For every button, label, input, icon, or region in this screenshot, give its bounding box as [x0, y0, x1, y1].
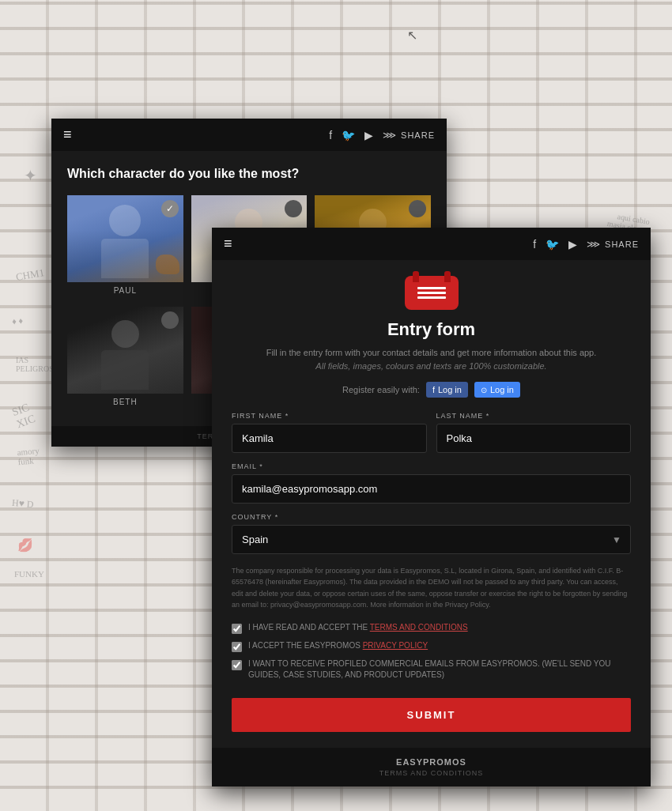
last-name-input[interactable]	[436, 424, 632, 453]
fb-icon: f	[432, 385, 435, 394]
calendar-lines	[417, 287, 446, 299]
checkbox-row-3: I WANT TO RECEIVE PROFILED COMMERCIAL EM…	[232, 658, 631, 681]
country-row: COUNTRY * Spain United States United Kin…	[232, 513, 631, 554]
email-label: EMAIL *	[232, 462, 631, 470]
person3-check	[409, 200, 426, 217]
privacy-checkbox-label: I ACCEPT THE EASYPROMOS PRIVACY POLICY	[248, 640, 428, 651]
youtube-icon-1[interactable]: ▶	[364, 129, 373, 141]
country-label: COUNTRY *	[232, 513, 631, 521]
submit-button[interactable]: SUBMIT	[232, 698, 631, 732]
checkbox-row-1: I HAVE READ AND ACCEPT THE TERMS AND CON…	[232, 622, 631, 634]
email-group: EMAIL *	[232, 462, 631, 504]
country-select-wrapper: Spain United States United Kingdom Franc…	[232, 525, 631, 554]
share-icon-2: ⋙	[587, 239, 601, 250]
first-name-input[interactable]	[232, 424, 427, 453]
window1-header: ≡ f 🐦 ▶ ⋙ SHARE	[51, 119, 447, 151]
brand-name: EASYPROMOS	[224, 757, 639, 767]
register-label: Register easily with:	[342, 385, 420, 394]
name-row: FIRST NAME * LAST NAME *	[232, 412, 631, 453]
terms-checkbox-label: I HAVE READ AND ACCEPT THE TERMS AND CON…	[248, 622, 468, 633]
form-subtitle: Fill in the entry form with your contact…	[232, 346, 631, 372]
beth-check	[161, 311, 179, 329]
form-title: Entry form	[232, 319, 631, 340]
facebook-icon-1[interactable]: f	[329, 129, 332, 141]
last-name-label: LAST NAME *	[436, 412, 632, 420]
cal-line-3	[417, 296, 446, 299]
google-icon: ⊙	[481, 386, 487, 394]
paul-name: PAUL	[67, 282, 183, 299]
marketing-checkbox-label: I WANT TO RECEIVE PROFILED COMMERCIAL EM…	[248, 658, 631, 681]
last-name-group: LAST NAME *	[436, 412, 632, 453]
checkbox-row-2: I ACCEPT THE EASYPROMOS PRIVACY POLICY	[232, 640, 631, 652]
register-row: Register easily with: f Log in ⊙ Log in	[232, 382, 631, 398]
privacy-text: The company responsible for processing y…	[232, 565, 631, 611]
character-beth[interactable]: BETH	[67, 307, 183, 410]
form-footer: EASYPROMOS TERMS AND CONDITIONS	[212, 748, 651, 786]
privacy-link[interactable]: PRIVACY POLICY	[363, 641, 428, 650]
first-name-label: FIRST NAME *	[232, 412, 427, 420]
window2-header: ≡ f 🐦 ▶ ⋙ SHARE	[212, 228, 651, 260]
share-button-2[interactable]: ⋙ SHARE	[587, 239, 639, 250]
email-input[interactable]	[232, 474, 631, 504]
header-right-1: f 🐦 ▶ ⋙ SHARE	[329, 129, 435, 141]
facebook-login-button[interactable]: f Log in	[426, 382, 468, 398]
paul-check: ✓	[161, 200, 179, 217]
entry-form-window: ≡ f 🐦 ▶ ⋙ SHARE Entry form Fill in t	[212, 228, 651, 786]
privacy-checkbox[interactable]	[232, 642, 242, 652]
share-icon-1: ⋙	[383, 130, 397, 141]
share-button-1[interactable]: ⋙ SHARE	[383, 130, 435, 141]
twitter-icon-1[interactable]: 🐦	[342, 129, 355, 141]
email-row: EMAIL *	[232, 462, 631, 504]
calendar-icon	[405, 276, 459, 310]
terms-checkbox[interactable]	[232, 624, 242, 634]
form-icon-wrapper	[232, 276, 631, 310]
hamburger-icon-1[interactable]: ≡	[63, 126, 72, 143]
character-paul[interactable]: ✓ PAUL	[67, 195, 183, 299]
form-body: Entry form Fill in the entry form with y…	[212, 260, 651, 748]
country-group: COUNTRY * Spain United States United Kin…	[232, 513, 631, 554]
beth-name: BETH	[67, 394, 183, 410]
header-right-2: f 🐦 ▶ ⋙ SHARE	[533, 238, 639, 251]
footer-terms-2: TERMS AND CONDITIONS	[224, 769, 639, 777]
cal-line-2	[417, 292, 446, 294]
twitter-icon-2[interactable]: 🐦	[546, 238, 559, 251]
cal-line-1	[417, 287, 446, 289]
fb-login-label: Log in	[438, 385, 462, 394]
country-select[interactable]: Spain United States United Kingdom Franc…	[232, 525, 631, 554]
youtube-icon-2[interactable]: ▶	[568, 238, 577, 251]
google-login-button[interactable]: ⊙ Log in	[474, 382, 520, 398]
terms-link[interactable]: TERMS AND CONDITIONS	[370, 623, 468, 632]
google-login-label: Log in	[490, 385, 514, 394]
hamburger-icon-2[interactable]: ≡	[224, 236, 232, 252]
facebook-icon-2[interactable]: f	[533, 238, 536, 251]
first-name-group: FIRST NAME *	[232, 412, 427, 453]
marketing-checkbox[interactable]	[232, 660, 242, 670]
character-question: Which character do you like the most?	[67, 167, 431, 181]
